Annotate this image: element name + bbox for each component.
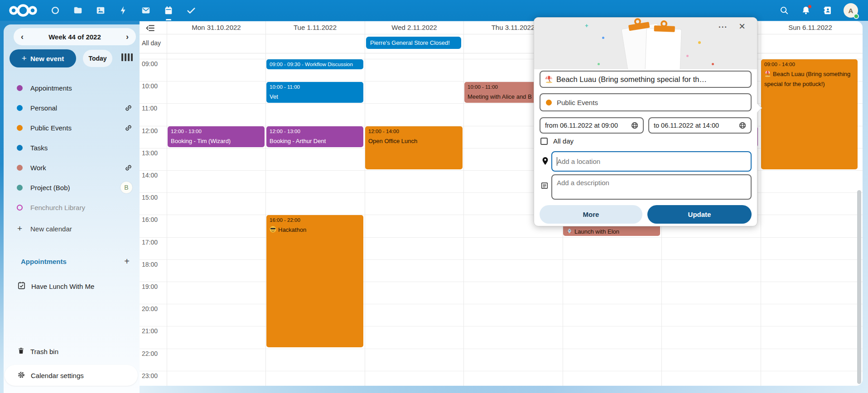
event-title-input[interactable]: Beach Luau (Bring something special for …: [540, 71, 752, 88]
event-vet[interactable]: 10:00 - 11:00 Vet: [266, 82, 363, 103]
share-link-icon[interactable]: [125, 104, 132, 112]
calendar-color-dot: [17, 105, 23, 111]
search-icon[interactable]: [778, 5, 790, 16]
plus-icon: +: [22, 53, 27, 63]
status-online-dot: [854, 14, 859, 19]
dashboard-icon[interactable]: [50, 5, 61, 16]
calendar-color-dot: [17, 165, 23, 171]
allday-event-pierres-store[interactable]: Pierre's General Store Closed!: [366, 37, 461, 49]
mail-icon[interactable]: [140, 5, 151, 16]
confetti-dot: [698, 41, 701, 44]
location-field[interactable]: [557, 158, 746, 165]
notification-dot: [808, 5, 811, 8]
time-label: 18:00: [142, 261, 166, 268]
map-pin-icon: [541, 157, 549, 167]
time-label: 16:00: [142, 216, 166, 223]
location-input[interactable]: [551, 151, 752, 172]
files-icon[interactable]: [72, 5, 83, 16]
event-open-office-lunch[interactable]: 12:00 - 14:00 Open Office Lunch: [365, 126, 463, 169]
event-booking-tim[interactable]: 12:00 - 13:00 Booking - Tim (Wizard): [168, 126, 265, 147]
description-input[interactable]: [551, 174, 752, 200]
nextcloud-logo[interactable]: [8, 4, 38, 17]
vertical-scrollbar[interactable]: [857, 190, 861, 384]
confetti-plus: +: [585, 22, 588, 29]
sunglasses-face-emoji: [270, 226, 276, 235]
time-label: 14:00: [142, 172, 166, 179]
update-button[interactable]: Update: [647, 205, 752, 224]
time-label: 13:00: [142, 149, 166, 157]
time-label: 17:00: [142, 239, 166, 246]
time-label: 11:00: [142, 105, 166, 112]
sidebar-item-tasks[interactable]: Tasks: [11, 141, 136, 154]
calendar-settings-button[interactable]: Calendar settings: [5, 365, 138, 386]
week-label: Week 44 of 2022: [48, 33, 101, 41]
gutter-border: [167, 21, 167, 386]
next-week-button[interactable]: ›: [126, 33, 129, 41]
avatar[interactable]: A: [844, 3, 858, 18]
section-title: Appointments: [21, 258, 67, 265]
share-link-icon[interactable]: [125, 164, 132, 172]
note-icon: [540, 182, 549, 192]
event-booking-arthur-dent[interactable]: 12:00 - 13:00 Booking - Arthur Dent: [266, 126, 363, 147]
time-label: 22:00: [142, 350, 166, 357]
previous-week-button[interactable]: ‹: [21, 33, 24, 41]
time-label: 19:00: [142, 283, 166, 290]
plus-icon: +: [17, 224, 23, 234]
bell-icon[interactable]: [800, 5, 812, 16]
sidebar: ‹ Week 44 of 2022 › + New event Today Ap…: [4, 24, 140, 393]
start-datetime-button[interactable]: from 06.11.2022 at 09:00: [540, 117, 644, 134]
sidebar-item-fenchurch-library[interactable]: Fenchurch Library: [11, 201, 136, 214]
event-workflow-discussion[interactable]: 09:00 - 09:30 - Workflow Discussion: [266, 59, 363, 69]
beach-umbrella-emoji: [764, 70, 771, 80]
sidebar-item-appointments-calendar[interactable]: Appointments: [11, 81, 136, 95]
close-icon[interactable]: ×: [736, 20, 748, 32]
topbar-right: A: [778, 0, 868, 21]
allday-row-label: All day: [142, 39, 161, 47]
calendar-icon[interactable]: [163, 5, 174, 16]
calendar-color-dot: [17, 205, 23, 211]
new-calendar-button[interactable]: + New calendar: [11, 222, 136, 235]
calendar-picker[interactable]: Public Events: [540, 93, 752, 111]
globe-icon[interactable]: [739, 122, 746, 129]
photos-icon[interactable]: [95, 5, 106, 16]
calendar-color-dot: [546, 100, 552, 105]
week-navigation: ‹ Week 44 of 2022 ›: [14, 28, 136, 45]
day-header-wed: Wed 2.11.2022: [365, 24, 464, 33]
event-editor-popup: + ··· × Beach Luau (Bring something spec…: [534, 17, 757, 226]
event-beach-luau[interactable]: 09:00 - 14:00 Beach Luau (Bring somethin…: [761, 59, 858, 169]
collapse-sidebar-icon[interactable]: [146, 24, 155, 34]
sidebar-item-personal[interactable]: Personal: [11, 101, 136, 115]
activity-icon[interactable]: [118, 5, 129, 16]
event-hackathon[interactable]: 16:00 - 22:00 Hackathon: [266, 215, 363, 347]
confetti-dot: [712, 63, 714, 65]
trash-bin[interactable]: Trash bin: [11, 344, 136, 359]
gear-icon: [17, 371, 25, 380]
tasks-icon[interactable]: [186, 5, 197, 16]
allday-checkbox[interactable]: [540, 138, 548, 145]
contacts-icon[interactable]: [822, 5, 834, 16]
view-columns-icon[interactable]: [121, 53, 133, 61]
calendar-color-dot: [17, 125, 23, 131]
share-link-icon[interactable]: [125, 124, 132, 132]
allday-toggle[interactable]: All day: [540, 137, 574, 145]
time-label: 20:00: [142, 305, 166, 312]
shared-by-badge: B: [121, 182, 132, 193]
more-options-icon[interactable]: ···: [717, 21, 729, 33]
clipboard-illustration: [645, 28, 681, 69]
end-datetime-button[interactable]: to 06.11.2022 at 14:00: [648, 117, 752, 134]
sidebar-item-project-bob[interactable]: Project (Bob) B: [11, 181, 136, 194]
day-header-tue: Tue 1.11.2022: [265, 24, 365, 33]
calendar-color-dot: [17, 85, 23, 91]
globe-icon[interactable]: [631, 122, 638, 129]
sidebar-item-public-events[interactable]: Public Events: [11, 121, 136, 134]
trash-icon: [17, 347, 25, 356]
more-button[interactable]: More: [540, 205, 642, 224]
appointment-item-have-lunch[interactable]: Have Lunch With Me: [11, 279, 136, 293]
description-field[interactable]: [552, 175, 751, 199]
new-event-button[interactable]: + New event: [10, 49, 76, 67]
column-border: [365, 21, 365, 386]
sidebar-item-work[interactable]: Work: [11, 161, 136, 174]
today-button[interactable]: Today: [83, 50, 112, 67]
time-label: 10:00: [142, 82, 166, 90]
add-appointment-icon[interactable]: +: [124, 256, 130, 267]
